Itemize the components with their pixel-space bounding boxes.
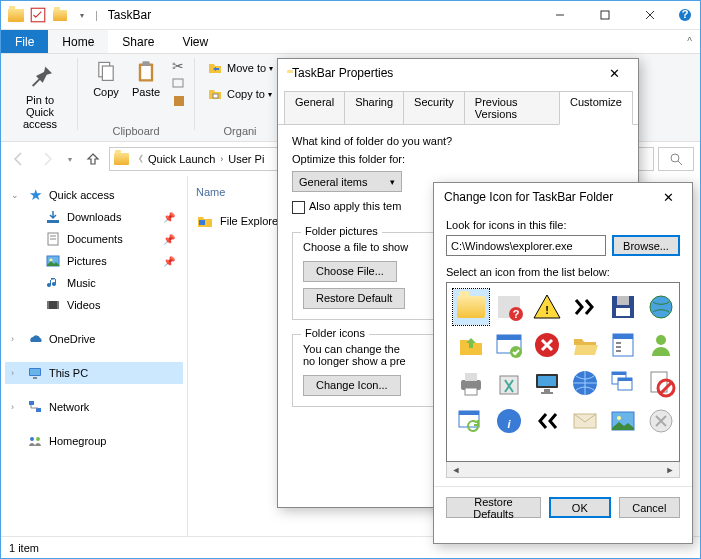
cut-icon[interactable]: ✂ — [172, 58, 186, 74]
icon-option-warning[interactable]: ! — [529, 289, 565, 325]
icon-option-mail[interactable] — [567, 403, 603, 439]
qat-properties-icon[interactable] — [29, 6, 47, 24]
sidebar-item-music[interactable]: Music — [5, 272, 183, 294]
chevron-right-icon[interactable]: › — [217, 154, 226, 164]
icon-option-shield[interactable]: ? — [491, 289, 527, 325]
svg-rect-51 — [616, 350, 621, 352]
qat-dropdown-icon[interactable]: ▾ — [73, 6, 91, 24]
choose-file-button[interactable]: Choose File... — [303, 261, 397, 282]
icon-option-rewind[interactable] — [529, 403, 565, 439]
optimize-select[interactable]: General items▾ — [292, 171, 402, 192]
move-to-icon — [207, 60, 223, 76]
qat-newfolder-icon[interactable] — [51, 6, 69, 24]
sidebar-item-network[interactable]: ›Network — [5, 396, 183, 418]
dialog-titlebar[interactable]: Change Icon for TaskBar Folder ✕ — [434, 183, 692, 211]
close-button[interactable]: ✕ — [598, 63, 630, 83]
dialog-titlebar[interactable]: TaskBar Properties ✕ — [278, 59, 638, 87]
icon-option-window-refresh[interactable] — [453, 403, 489, 439]
tab-previous-versions[interactable]: Previous Versions — [464, 91, 560, 124]
tab-share[interactable]: Share — [108, 30, 168, 53]
chevron-right-icon[interactable]: › — [11, 334, 14, 344]
paste-button[interactable]: Paste — [126, 58, 166, 98]
copy-path-icon[interactable] — [172, 76, 186, 92]
icon-option-properties[interactable] — [605, 327, 641, 363]
breadcrumb-item[interactable]: User Pi — [226, 153, 266, 165]
chevron-down-icon[interactable]: ⌄ — [11, 190, 19, 200]
svg-line-16 — [678, 161, 682, 165]
icon-option-picture[interactable] — [605, 403, 641, 439]
minimize-button[interactable] — [537, 1, 582, 30]
svg-rect-25 — [57, 301, 59, 309]
star-icon: ★ — [27, 187, 43, 203]
icon-option-globe2[interactable] — [567, 365, 603, 401]
ribbon-collapse-icon[interactable]: ^ — [679, 30, 700, 53]
tab-file[interactable]: File — [1, 30, 48, 53]
icon-path-input[interactable] — [446, 235, 606, 256]
restore-defaults-button[interactable]: Restore Defaults — [446, 497, 541, 518]
icon-option-forward[interactable] — [567, 289, 603, 325]
icon-option-cascade[interactable] — [605, 365, 641, 401]
icon-option-user[interactable] — [643, 327, 679, 363]
sidebar-item-videos[interactable]: Videos — [5, 294, 183, 316]
icon-option-recycle[interactable] — [491, 365, 527, 401]
sidebar-item-homegroup[interactable]: Homegroup — [5, 430, 183, 452]
icon-option-folder-open[interactable] — [567, 327, 603, 363]
icon-option-window[interactable] — [491, 327, 527, 363]
icon-option-disk[interactable] — [605, 289, 641, 325]
ribbon-tabs: File Home Share View ^ — [1, 30, 700, 54]
icon-option-folder-up[interactable] — [453, 327, 489, 363]
close-button[interactable] — [627, 1, 672, 30]
tab-home[interactable]: Home — [48, 30, 108, 53]
tab-security[interactable]: Security — [403, 91, 465, 124]
svg-rect-13 — [174, 96, 184, 106]
copy-button[interactable]: Copy — [86, 58, 126, 98]
paste-shortcut-icon[interactable] — [172, 94, 186, 110]
tab-view[interactable]: View — [168, 30, 222, 53]
pin-to-quickaccess-button[interactable]: Pin to Quick access — [11, 58, 69, 130]
chevron-right-icon[interactable]: 《 — [131, 153, 146, 166]
forward-button[interactable] — [35, 147, 59, 171]
move-to-button[interactable]: Move to▾ — [203, 58, 277, 78]
tab-sharing[interactable]: Sharing — [344, 91, 404, 124]
also-apply-checkbox[interactable] — [292, 201, 305, 214]
icon-option-info[interactable]: i — [491, 403, 527, 439]
icon-option-blocked[interactable] — [643, 365, 679, 401]
copy-to-button[interactable]: Copy to▾ — [203, 84, 276, 104]
cancel-button[interactable]: Cancel — [619, 497, 680, 518]
icon-scrollbar[interactable]: ◄ ► — [446, 462, 680, 478]
breadcrumb-item[interactable]: Quick Launch — [146, 153, 217, 165]
icon-option-delete[interactable] — [643, 403, 679, 439]
icon-list[interactable]: ? ! i — [446, 282, 680, 462]
icon-option-folder[interactable] — [453, 289, 489, 325]
icon-option-printer[interactable] — [453, 365, 489, 401]
help-button[interactable]: ? — [672, 1, 698, 30]
recent-dropdown-icon[interactable]: ▾ — [63, 147, 77, 171]
sidebar-item-pictures[interactable]: Pictures📌 — [5, 250, 183, 272]
icon-option-monitor[interactable] — [529, 365, 565, 401]
change-icon-button[interactable]: Change Icon... — [303, 375, 401, 396]
scroll-right-icon[interactable]: ► — [663, 464, 677, 476]
sidebar-item-onedrive[interactable]: ›OneDrive — [5, 328, 183, 350]
up-button[interactable] — [81, 147, 105, 171]
sidebar-item-quickaccess[interactable]: ⌄★Quick access — [5, 184, 183, 206]
icon-option-error[interactable] — [529, 327, 565, 363]
search-input[interactable] — [658, 147, 694, 171]
sidebar-item-documents[interactable]: Documents📌 — [5, 228, 183, 250]
scroll-left-icon[interactable]: ◄ — [449, 464, 463, 476]
sidebar-item-downloads[interactable]: Downloads📌 — [5, 206, 183, 228]
svg-rect-30 — [36, 408, 41, 412]
maximize-button[interactable] — [582, 1, 627, 30]
close-button[interactable]: ✕ — [652, 187, 684, 207]
onedrive-icon — [27, 331, 43, 347]
browse-button[interactable]: Browse... — [612, 235, 680, 256]
chevron-right-icon[interactable]: › — [11, 368, 14, 378]
chevron-right-icon[interactable]: › — [11, 402, 14, 412]
tab-general[interactable]: General — [284, 91, 345, 124]
icon-option-globe[interactable] — [643, 289, 679, 325]
ok-button[interactable]: OK — [549, 497, 611, 518]
sidebar-item-thispc[interactable]: ›This PC — [5, 362, 183, 384]
tab-customize[interactable]: Customize — [559, 91, 633, 125]
restore-default-button[interactable]: Restore Default — [303, 288, 405, 309]
back-button[interactable] — [7, 147, 31, 171]
videos-icon — [45, 297, 61, 313]
